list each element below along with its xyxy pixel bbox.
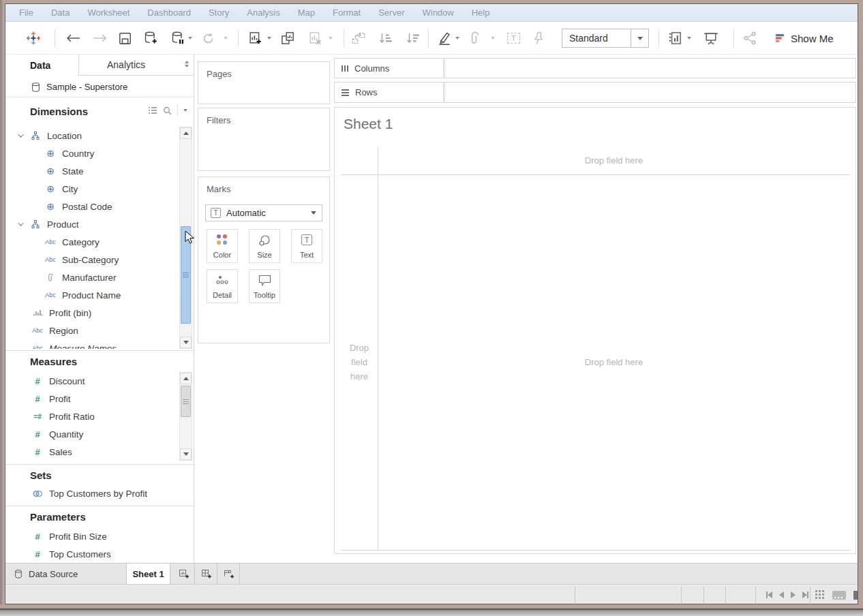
- save-button[interactable]: [119, 28, 132, 48]
- filmstrip-view-button[interactable]: [832, 591, 846, 600]
- field-category[interactable]: Abc Category: [5, 233, 179, 251]
- field-product[interactable]: Product: [5, 215, 179, 233]
- size-button[interactable]: Size: [249, 229, 280, 263]
- field-location[interactable]: Location: [5, 127, 179, 144]
- tooltip-button[interactable]: Tooltip: [249, 269, 280, 303]
- single-sheet-view-button[interactable]: [853, 591, 858, 600]
- scroll-down-button[interactable]: [180, 337, 192, 348]
- new-worksheet-tab-button[interactable]: [173, 564, 195, 585]
- detail-button[interactable]: Detail: [207, 269, 238, 303]
- go-to-first-sheet-button[interactable]: [766, 589, 772, 601]
- share-button[interactable]: [743, 28, 757, 48]
- field-profit-bin[interactable]: Profit (bin): [5, 304, 179, 322]
- field-quantity[interactable]: # Quantity: [5, 425, 179, 443]
- pages-card[interactable]: Pages: [198, 61, 330, 104]
- tab-data[interactable]: Data: [5, 55, 78, 76]
- field-state[interactable]: ⊕ State: [5, 162, 179, 180]
- menu-item-dashboard[interactable]: Dashboard: [147, 7, 191, 18]
- data-source-tab[interactable]: Data Source: [5, 564, 127, 585]
- rows-shelf[interactable]: [444, 82, 856, 103]
- clear-sheet-button[interactable]: [308, 28, 322, 48]
- menu-item-analysis[interactable]: Analysis: [247, 7, 279, 18]
- previous-sheet-button[interactable]: [779, 589, 784, 601]
- scroll-down-button[interactable]: [180, 448, 192, 460]
- field-profit-bin-size[interactable]: # Profit Bin Size: [5, 527, 194, 545]
- mark-type-caret[interactable]: [305, 205, 322, 221]
- sort-descending-button[interactable]: [406, 28, 420, 48]
- columns-shelf[interactable]: [444, 58, 856, 78]
- menu-item-story[interactable]: Story: [209, 7, 229, 18]
- field-top-customers[interactable]: # Top Customers: [5, 545, 194, 563]
- find-field-icon[interactable]: [163, 106, 172, 115]
- field-country[interactable]: ⊕ Country: [5, 144, 179, 162]
- group-members-dropdown[interactable]: [491, 28, 495, 48]
- dimensions-menu-caret[interactable]: [183, 109, 187, 112]
- field-top-customers-by-profit[interactable]: Top Customers by Profit: [5, 484, 194, 502]
- field-sub-category[interactable]: Abc Sub-Category: [5, 251, 179, 268]
- field-city[interactable]: ⊕ City: [5, 180, 179, 198]
- menu-item-format[interactable]: Format: [333, 7, 361, 18]
- color-button[interactable]: Color: [207, 229, 238, 263]
- field-profit-ratio[interactable]: =# Profit Ratio: [5, 407, 179, 425]
- rows-drop-zone[interactable]: Drop field here: [341, 174, 378, 550]
- sheet-sorter-button[interactable]: [815, 590, 825, 600]
- text-label-button[interactable]: T: [507, 28, 520, 48]
- collapse-chevron-icon[interactable]: [18, 132, 23, 137]
- menu-item-worksheet[interactable]: Worksheet: [87, 7, 130, 18]
- presentation-mode-button[interactable]: [703, 28, 718, 48]
- field-region[interactable]: Abc Region: [5, 322, 179, 339]
- redo-button[interactable]: [93, 28, 108, 48]
- fix-axes-button[interactable]: [533, 28, 544, 48]
- highlight-button[interactable]: [438, 28, 451, 48]
- fit-selector[interactable]: Standard: [562, 29, 649, 48]
- duplicate-sheet-button[interactable]: [281, 28, 294, 48]
- show-mark-labels-button[interactable]: [668, 28, 682, 48]
- datasource-item[interactable]: Sample - Superstore: [5, 77, 194, 97]
- swap-rows-columns-button[interactable]: [352, 28, 365, 48]
- menu-item-data[interactable]: Data: [51, 7, 70, 18]
- field-postal-code[interactable]: ⊕ Postal Code: [5, 198, 179, 215]
- new-worksheet-button[interactable]: [248, 28, 262, 48]
- columns-drop-zone[interactable]: Drop field here: [378, 147, 850, 174]
- group-members-button[interactable]: [469, 28, 481, 48]
- go-to-last-sheet-button[interactable]: [802, 589, 808, 601]
- sort-ascending-button[interactable]: [379, 28, 393, 48]
- run-auto-updates-button[interactable]: [202, 28, 215, 48]
- show-mark-labels-dropdown[interactable]: [687, 28, 691, 48]
- scrollbar-thumb[interactable]: [181, 386, 191, 417]
- highlight-dropdown[interactable]: [455, 28, 459, 48]
- menu-item-help[interactable]: Help: [472, 7, 490, 18]
- new-story-button[interactable]: [218, 564, 240, 585]
- new-data-source-button[interactable]: [144, 28, 157, 48]
- filters-card[interactable]: Filters: [198, 108, 330, 171]
- run-updates-dropdown[interactable]: [224, 28, 228, 48]
- new-worksheet-dropdown[interactable]: [267, 28, 271, 48]
- pause-updates-dropdown[interactable]: [188, 28, 192, 48]
- view-drop-zone[interactable]: Drop field here: [378, 174, 850, 550]
- field-manufacturer[interactable]: Manufacturer: [5, 268, 179, 286]
- menu-item-file[interactable]: File: [19, 7, 33, 18]
- scroll-up-button[interactable]: [180, 127, 192, 139]
- menu-item-server[interactable]: Server: [378, 7, 404, 18]
- sheet-canvas[interactable]: Sheet 1 Drop field here Drop field here …: [334, 107, 856, 554]
- collapse-chevron-icon[interactable]: [18, 220, 23, 226]
- scroll-up-button[interactable]: [180, 373, 192, 384]
- tab-analytics[interactable]: Analytics: [78, 55, 194, 76]
- measures-scrollbar[interactable]: [179, 372, 192, 461]
- field-sales[interactable]: # Sales: [5, 443, 179, 461]
- fit-selector-dropdown[interactable]: [631, 29, 648, 47]
- undo-button[interactable]: [65, 28, 80, 48]
- field-product-name[interactable]: Abc Product Name: [5, 286, 179, 304]
- view-list-icon[interactable]: [148, 106, 157, 114]
- new-dashboard-button[interactable]: [196, 564, 217, 585]
- menu-item-window[interactable]: Window: [422, 7, 453, 18]
- text-button[interactable]: T Text: [291, 229, 322, 263]
- menu-item-map[interactable]: Map: [298, 7, 315, 18]
- sheet1-tab[interactable]: Sheet 1: [127, 564, 170, 585]
- mark-type-dropdown[interactable]: T Automatic: [205, 204, 322, 221]
- show-me-button[interactable]: Show Me: [776, 28, 834, 48]
- pause-auto-updates-button[interactable]: [171, 28, 185, 48]
- field-profit[interactable]: # Profit: [5, 390, 179, 407]
- field-measure-names[interactable]: Abc Measure Names: [5, 339, 179, 349]
- next-sheet-button[interactable]: [791, 589, 796, 601]
